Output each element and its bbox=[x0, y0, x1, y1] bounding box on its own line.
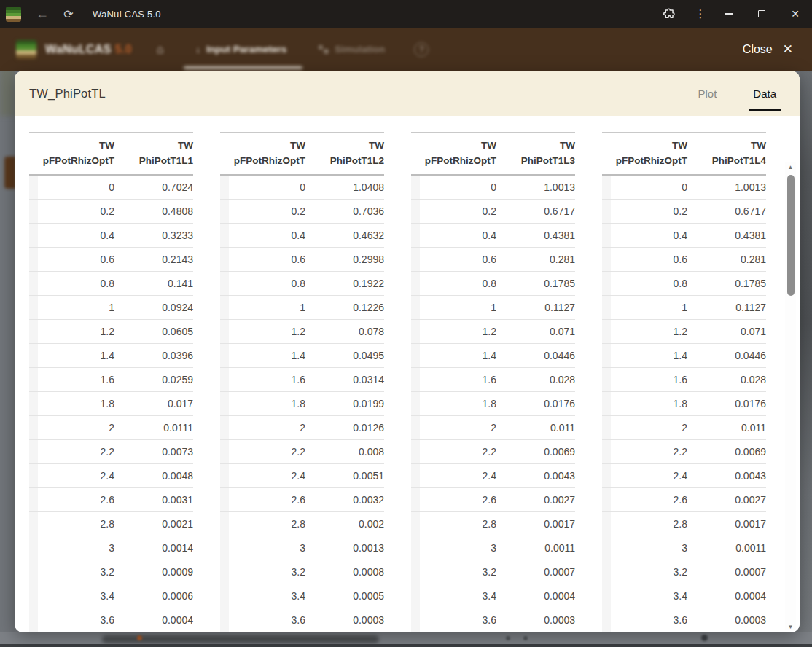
cell-x: 3.4 bbox=[29, 590, 114, 602]
cell-x: 0.2 bbox=[602, 205, 687, 217]
cell-value: 0.0396 bbox=[114, 350, 193, 361]
cell-x: 2 bbox=[602, 422, 687, 434]
cell-value: 0.0003 bbox=[687, 614, 766, 626]
table-row: 30.0014 bbox=[29, 536, 193, 560]
table-row: 2.60.0027 bbox=[411, 488, 575, 512]
table-row: 10.1127 bbox=[411, 296, 575, 320]
dialog-close-button[interactable]: Close ✕ bbox=[743, 28, 793, 71]
cell-x: 1.6 bbox=[220, 374, 305, 385]
browser-menu-icon[interactable]: ⋮ bbox=[690, 7, 711, 20]
table-row: 0.40.4381 bbox=[602, 224, 766, 248]
cell-x: 3.2 bbox=[411, 566, 496, 578]
table-row: 20.011 bbox=[602, 416, 766, 440]
cell-x: 2.4 bbox=[220, 470, 305, 482]
app-header-content: WaNuLCAS5.0 ⌂ ↓ Input Parameters Simulat… bbox=[0, 28, 812, 71]
cell-x: 1.2 bbox=[29, 326, 114, 337]
cell-x: 1.6 bbox=[29, 374, 114, 385]
cell-x: 0.4 bbox=[29, 230, 114, 241]
table-row: 2.40.0051 bbox=[220, 464, 384, 488]
cell-value: 0.4808 bbox=[114, 205, 193, 217]
vertical-scrollbar[interactable]: ▲ ▼ bbox=[785, 162, 796, 630]
cell-x: 0.8 bbox=[411, 278, 496, 289]
data-table-1: TWpFPotRhizOptT TWPhiPotT1L1 00.70240.20… bbox=[29, 132, 193, 632]
table-row: 1.40.0446 bbox=[602, 344, 766, 368]
scrollbar-thumb[interactable] bbox=[787, 175, 795, 296]
table-row: 3.60.0003 bbox=[411, 608, 575, 632]
nav-input-parameters[interactable]: ↓ Input Parameters bbox=[196, 28, 287, 71]
table-row: 0.40.4632 bbox=[220, 224, 384, 248]
cell-x: 1.4 bbox=[602, 350, 687, 361]
cell-x: 2.8 bbox=[602, 518, 687, 530]
col-header-x: TWpFPotRhizOptT bbox=[220, 138, 305, 174]
cell-x: 3.2 bbox=[602, 566, 687, 578]
cell-value: 0.0073 bbox=[114, 446, 193, 458]
scroll-up-icon[interactable]: ▲ bbox=[785, 162, 796, 173]
table-row: 1.60.028 bbox=[411, 368, 575, 392]
tab-data[interactable]: Data bbox=[749, 71, 781, 116]
table-rows: 01.00130.20.67170.40.43810.60.2810.80.17… bbox=[411, 176, 575, 632]
table-row: 1.20.078 bbox=[220, 320, 384, 344]
refresh-icon[interactable]: ⟳ bbox=[58, 7, 79, 21]
cell-x: 1.4 bbox=[220, 350, 305, 361]
cell-value: 0.281 bbox=[496, 254, 575, 265]
table-row: 20.0111 bbox=[29, 416, 193, 440]
cell-value: 0.011 bbox=[687, 422, 766, 434]
table-row: 2.80.0021 bbox=[29, 512, 193, 536]
dialog-title: TW_PhiPotTL bbox=[29, 87, 106, 101]
cell-x: 2.2 bbox=[602, 446, 687, 458]
table-row: 1.40.0495 bbox=[220, 344, 384, 368]
cell-value: 0.1226 bbox=[305, 302, 384, 313]
cell-x: 2.4 bbox=[602, 470, 687, 482]
close-icon: ✕ bbox=[783, 42, 793, 57]
table-row: 0.20.6717 bbox=[411, 200, 575, 224]
cell-x: 3.4 bbox=[220, 590, 305, 602]
cell-value: 0.0003 bbox=[305, 614, 384, 626]
cell-x: 3.2 bbox=[29, 566, 114, 578]
table-rows: 01.04080.20.70360.40.46320.60.29980.80.1… bbox=[220, 176, 384, 632]
cell-value: 0.0003 bbox=[496, 614, 575, 626]
cell-value: 0.0043 bbox=[496, 470, 575, 482]
cell-x: 0.6 bbox=[411, 254, 496, 265]
cell-value: 0.0027 bbox=[687, 494, 766, 506]
cell-x: 1.8 bbox=[29, 398, 114, 409]
table-row: 1.60.028 bbox=[602, 368, 766, 392]
table-rows: 01.00130.20.67170.40.43810.60.2810.80.17… bbox=[602, 176, 766, 632]
home-icon[interactable]: ⌂ bbox=[157, 43, 164, 56]
maximize-button[interactable] bbox=[745, 0, 778, 28]
cell-x: 0.2 bbox=[220, 205, 305, 217]
cell-value: 0.281 bbox=[687, 254, 766, 265]
cell-x: 3 bbox=[29, 542, 114, 554]
cell-value: 0.7024 bbox=[114, 181, 193, 193]
extensions-icon[interactable] bbox=[657, 8, 679, 20]
nav-simulation[interactable]: Simulation bbox=[319, 28, 385, 71]
cell-value: 0.0027 bbox=[496, 494, 575, 506]
cell-value: 1.0013 bbox=[496, 181, 575, 193]
window-close-button[interactable]: ✕ bbox=[778, 0, 812, 28]
tab-plot[interactable]: Plot bbox=[693, 71, 721, 116]
cell-value: 0.008 bbox=[305, 446, 384, 458]
cell-x: 2.2 bbox=[411, 446, 496, 458]
table-row: 20.011 bbox=[411, 416, 575, 440]
table-row: 2.20.0069 bbox=[602, 440, 766, 464]
scroll-down-icon[interactable]: ▼ bbox=[785, 622, 796, 632]
col-header-x: TWpFPotRhizOptT bbox=[411, 138, 496, 174]
table-row: 1.80.0176 bbox=[411, 392, 575, 416]
table-row: 10.1127 bbox=[602, 296, 766, 320]
minimize-button[interactable] bbox=[711, 0, 745, 28]
back-icon[interactable]: ← bbox=[31, 7, 53, 22]
cell-value: 1.0408 bbox=[305, 181, 384, 193]
cell-x: 0.4 bbox=[220, 230, 305, 241]
cell-x: 2.6 bbox=[29, 494, 114, 506]
cell-value: 0.0008 bbox=[305, 566, 384, 578]
table-row: 0.40.4381 bbox=[411, 224, 575, 248]
table-row: 3.40.0004 bbox=[411, 584, 575, 608]
cell-x: 2.4 bbox=[411, 470, 496, 482]
table-row: 2.60.0032 bbox=[220, 488, 384, 512]
table-row: 1.60.0314 bbox=[220, 368, 384, 392]
help-icon[interactable]: ? bbox=[414, 42, 429, 57]
table-row: 30.0011 bbox=[602, 536, 766, 560]
cell-x: 3.6 bbox=[29, 614, 114, 626]
cell-value: 0.4381 bbox=[687, 230, 766, 241]
simulation-icon bbox=[319, 45, 329, 54]
cell-value: 0.002 bbox=[305, 518, 384, 530]
